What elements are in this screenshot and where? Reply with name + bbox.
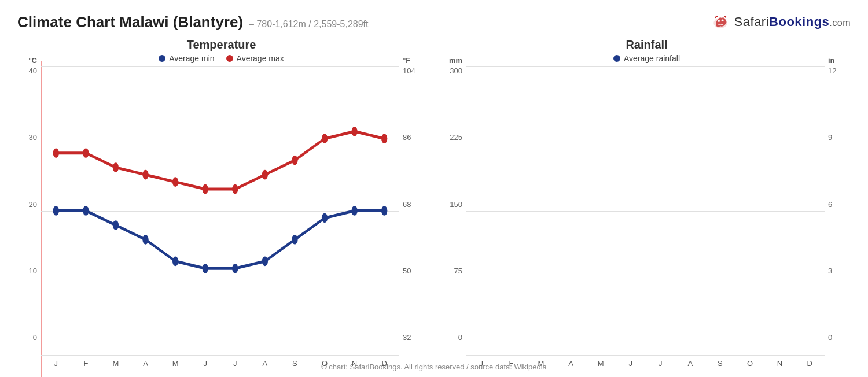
temperature-chart-title: Temperature: [17, 38, 425, 51]
temp-x-A1: A: [137, 359, 155, 368]
rain-y-right-9: 9: [828, 133, 832, 142]
temp-svg: [41, 66, 399, 355]
legend-label-max: Average max: [237, 54, 284, 63]
page: Climate Chart Malawi (Blantyre) – 780-1,…: [0, 0, 868, 377]
legend-dot-rainfall: [613, 55, 620, 62]
legend-label-min: Average min: [169, 54, 214, 63]
rain-x-N: N: [771, 359, 789, 368]
temp-y-left-20: 20: [29, 200, 37, 209]
rainfall-chart-section: Rainfall Average rainfall mm 300 225 150…: [443, 38, 851, 356]
logo-bookings: Bookings: [769, 14, 829, 29]
rain-x-F: F: [502, 359, 520, 368]
logo-safari: Safari: [734, 14, 769, 29]
temperature-chart-section: Temperature Average min Average max °C 4…: [17, 38, 425, 356]
rain-x-J2: J: [622, 359, 639, 368]
temp-y-right-68: 68: [403, 200, 411, 209]
legend-item-max: Average max: [226, 54, 284, 63]
rain-y-axis-left: mm 300 225 150 75 0: [443, 66, 466, 356]
rain-x-A2: A: [682, 359, 699, 368]
rain-y-unit-left: mm: [449, 56, 462, 65]
rainfall-legend: Average rainfall: [443, 54, 851, 63]
temp-x-J2: J: [197, 359, 214, 368]
temp-x-O: O: [316, 359, 333, 368]
rain-bars-container: [466, 66, 825, 355]
rain-y-right-0: 0: [828, 333, 832, 342]
rain-x-J: J: [473, 359, 490, 368]
rain-x-D: D: [801, 359, 818, 368]
temp-x-A2: A: [256, 359, 274, 368]
rain-grid-100: [466, 355, 825, 356]
temp-y-axis-right: °F 104 86 68 50 32: [399, 66, 425, 356]
logo: SafariBookings.com: [710, 12, 851, 32]
main-title: Climate Chart Malawi (Blantyre): [17, 13, 243, 31]
legend-item-rainfall: Average rainfall: [613, 54, 680, 63]
temp-y-unit-right: °F: [403, 56, 425, 65]
rain-y-left-150: 150: [450, 200, 462, 209]
rain-x-A1: A: [562, 359, 580, 368]
temp-y-left-0: 0: [33, 333, 37, 342]
temp-y-unit-left: °C: [28, 56, 37, 65]
rain-x-M2: M: [592, 359, 609, 368]
legend-item-min: Average min: [159, 54, 214, 63]
chart-divider: [425, 38, 443, 356]
temp-y-right-50: 50: [403, 267, 411, 275]
legend-dot-max: [226, 55, 233, 62]
temp-x-S: S: [286, 359, 303, 368]
temp-y-right-104: 104: [403, 66, 415, 75]
header: Climate Chart Malawi (Blantyre) – 780-1,…: [17, 12, 851, 32]
temp-x-F: F: [77, 359, 94, 368]
temp-x-J3: J: [226, 359, 244, 368]
logo-com: .com: [829, 18, 851, 28]
rain-y-unit-right: in: [828, 56, 851, 65]
legend-label-rainfall: Average rainfall: [624, 54, 680, 63]
temp-y-left-10: 10: [29, 267, 37, 275]
logo-text: SafariBookings.com: [734, 14, 851, 29]
temp-x-labels: J F M A M J J A S O N D: [41, 359, 399, 368]
temp-x-M2: M: [167, 359, 184, 368]
rain-x-J3: J: [652, 359, 669, 368]
temp-chart-inner: J F M A M J J A S O N D: [41, 66, 399, 356]
rainfall-chart-title: Rainfall: [443, 38, 851, 51]
rain-y-left-225: 225: [450, 133, 462, 142]
svg-point-2: [721, 20, 723, 22]
temperature-chart-area: °C 40 30 20 10 0: [17, 66, 425, 356]
rain-y-right-3: 3: [828, 267, 832, 275]
rain-x-O: O: [741, 359, 759, 368]
subtitle: – 780-1,612m / 2,559-5,289ft: [249, 19, 368, 29]
rain-chart-inner: J F M A M J J A S O N D: [466, 66, 825, 356]
title-block: Climate Chart Malawi (Blantyre) – 780-1,…: [17, 13, 368, 31]
charts-row: Temperature Average min Average max °C 4…: [17, 38, 851, 356]
temp-x-D: D: [376, 359, 393, 368]
svg-point-1: [718, 20, 720, 22]
rain-x-M1: M: [532, 359, 550, 368]
temp-x-N: N: [346, 359, 363, 368]
rain-y-axis-right: in 12 9 6 3 0: [825, 66, 851, 356]
temp-y-right-32: 32: [403, 333, 411, 342]
rain-y-left-75: 75: [454, 267, 462, 275]
rain-y-left-300: 300: [450, 66, 462, 75]
temp-x-J: J: [47, 359, 65, 368]
temp-y-left-30: 30: [29, 133, 37, 142]
temperature-legend: Average min Average max: [17, 54, 425, 63]
logo-icon: [710, 12, 731, 32]
rain-y-left-0: 0: [458, 333, 462, 342]
rain-x-S: S: [711, 359, 729, 368]
temp-y-left-40: 40: [29, 66, 37, 75]
temp-y-axis-left: °C 40 30 20 10 0: [17, 66, 41, 356]
rain-x-labels: J F M A M J J A S O N D: [466, 359, 825, 368]
temp-x-M1: M: [107, 359, 124, 368]
rainfall-chart-area: mm 300 225 150 75 0: [443, 66, 851, 356]
rain-y-right-12: 12: [828, 66, 836, 75]
legend-dot-min: [159, 55, 165, 62]
temp-y-right-86: 86: [403, 133, 411, 142]
grid-line-100: [41, 355, 399, 356]
rain-y-right-6: 6: [828, 200, 832, 209]
